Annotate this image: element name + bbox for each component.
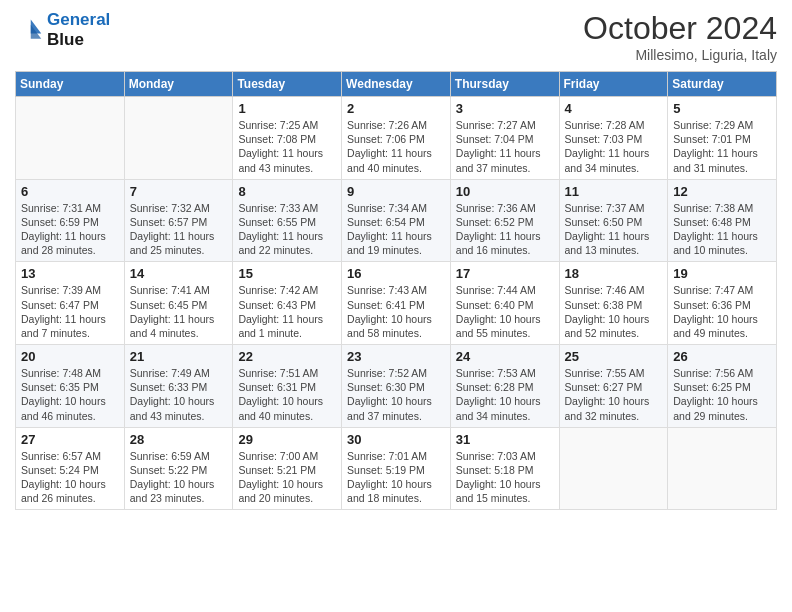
day-number: 18 — [565, 266, 663, 281]
day-number: 26 — [673, 349, 771, 364]
day-info: Sunrise: 7:43 AMSunset: 6:41 PMDaylight:… — [347, 283, 445, 340]
day-info: Sunrise: 7:37 AMSunset: 6:50 PMDaylight:… — [565, 201, 663, 258]
calendar-cell — [668, 427, 777, 510]
day-info: Sunrise: 7:51 AMSunset: 6:31 PMDaylight:… — [238, 366, 336, 423]
calendar-week-2: 13Sunrise: 7:39 AMSunset: 6:47 PMDayligh… — [16, 262, 777, 345]
day-number: 16 — [347, 266, 445, 281]
day-number: 28 — [130, 432, 228, 447]
day-number: 12 — [673, 184, 771, 199]
day-number: 3 — [456, 101, 554, 116]
day-info: Sunrise: 7:27 AMSunset: 7:04 PMDaylight:… — [456, 118, 554, 175]
col-wednesday: Wednesday — [342, 72, 451, 97]
calendar-cell: 17Sunrise: 7:44 AMSunset: 6:40 PMDayligh… — [450, 262, 559, 345]
day-number: 30 — [347, 432, 445, 447]
day-number: 25 — [565, 349, 663, 364]
day-info: Sunrise: 7:00 AMSunset: 5:21 PMDaylight:… — [238, 449, 336, 506]
day-number: 11 — [565, 184, 663, 199]
calendar-cell: 25Sunrise: 7:55 AMSunset: 6:27 PMDayligh… — [559, 345, 668, 428]
day-number: 10 — [456, 184, 554, 199]
day-number: 23 — [347, 349, 445, 364]
day-info: Sunrise: 7:52 AMSunset: 6:30 PMDaylight:… — [347, 366, 445, 423]
col-sunday: Sunday — [16, 72, 125, 97]
calendar-cell: 31Sunrise: 7:03 AMSunset: 5:18 PMDayligh… — [450, 427, 559, 510]
calendar-cell — [16, 97, 125, 180]
day-info: Sunrise: 7:53 AMSunset: 6:28 PMDaylight:… — [456, 366, 554, 423]
calendar-cell: 6Sunrise: 7:31 AMSunset: 6:59 PMDaylight… — [16, 179, 125, 262]
day-info: Sunrise: 7:31 AMSunset: 6:59 PMDaylight:… — [21, 201, 119, 258]
calendar-cell: 20Sunrise: 7:48 AMSunset: 6:35 PMDayligh… — [16, 345, 125, 428]
calendar-header-row: Sunday Monday Tuesday Wednesday Thursday… — [16, 72, 777, 97]
day-number: 5 — [673, 101, 771, 116]
calendar-cell: 1Sunrise: 7:25 AMSunset: 7:08 PMDaylight… — [233, 97, 342, 180]
calendar-cell: 27Sunrise: 6:57 AMSunset: 5:24 PMDayligh… — [16, 427, 125, 510]
calendar-cell: 14Sunrise: 7:41 AMSunset: 6:45 PMDayligh… — [124, 262, 233, 345]
day-number: 1 — [238, 101, 336, 116]
day-number: 4 — [565, 101, 663, 116]
day-info: Sunrise: 7:42 AMSunset: 6:43 PMDaylight:… — [238, 283, 336, 340]
day-info: Sunrise: 6:57 AMSunset: 5:24 PMDaylight:… — [21, 449, 119, 506]
day-info: Sunrise: 7:01 AMSunset: 5:19 PMDaylight:… — [347, 449, 445, 506]
col-saturday: Saturday — [668, 72, 777, 97]
calendar-cell: 13Sunrise: 7:39 AMSunset: 6:47 PMDayligh… — [16, 262, 125, 345]
col-thursday: Thursday — [450, 72, 559, 97]
logo: General Blue — [15, 10, 110, 51]
calendar-cell: 7Sunrise: 7:32 AMSunset: 6:57 PMDaylight… — [124, 179, 233, 262]
calendar-week-4: 27Sunrise: 6:57 AMSunset: 5:24 PMDayligh… — [16, 427, 777, 510]
day-info: Sunrise: 7:46 AMSunset: 6:38 PMDaylight:… — [565, 283, 663, 340]
calendar-cell: 29Sunrise: 7:00 AMSunset: 5:21 PMDayligh… — [233, 427, 342, 510]
day-info: Sunrise: 7:48 AMSunset: 6:35 PMDaylight:… — [21, 366, 119, 423]
calendar-cell: 19Sunrise: 7:47 AMSunset: 6:36 PMDayligh… — [668, 262, 777, 345]
calendar-cell: 24Sunrise: 7:53 AMSunset: 6:28 PMDayligh… — [450, 345, 559, 428]
day-info: Sunrise: 7:38 AMSunset: 6:48 PMDaylight:… — [673, 201, 771, 258]
calendar-cell: 15Sunrise: 7:42 AMSunset: 6:43 PMDayligh… — [233, 262, 342, 345]
header: General Blue October 2024 Millesimo, Lig… — [15, 10, 777, 63]
calendar-cell: 10Sunrise: 7:36 AMSunset: 6:52 PMDayligh… — [450, 179, 559, 262]
day-number: 21 — [130, 349, 228, 364]
day-info: Sunrise: 7:28 AMSunset: 7:03 PMDaylight:… — [565, 118, 663, 175]
day-info: Sunrise: 7:32 AMSunset: 6:57 PMDaylight:… — [130, 201, 228, 258]
month-title: October 2024 — [583, 10, 777, 47]
day-number: 13 — [21, 266, 119, 281]
calendar-week-0: 1Sunrise: 7:25 AMSunset: 7:08 PMDaylight… — [16, 97, 777, 180]
calendar-cell: 8Sunrise: 7:33 AMSunset: 6:55 PMDaylight… — [233, 179, 342, 262]
day-info: Sunrise: 6:59 AMSunset: 5:22 PMDaylight:… — [130, 449, 228, 506]
day-number: 6 — [21, 184, 119, 199]
day-number: 31 — [456, 432, 554, 447]
calendar-cell — [124, 97, 233, 180]
col-monday: Monday — [124, 72, 233, 97]
day-info: Sunrise: 7:56 AMSunset: 6:25 PMDaylight:… — [673, 366, 771, 423]
day-number: 7 — [130, 184, 228, 199]
calendar-cell: 28Sunrise: 6:59 AMSunset: 5:22 PMDayligh… — [124, 427, 233, 510]
calendar-cell: 23Sunrise: 7:52 AMSunset: 6:30 PMDayligh… — [342, 345, 451, 428]
calendar-cell: 18Sunrise: 7:46 AMSunset: 6:38 PMDayligh… — [559, 262, 668, 345]
calendar-week-1: 6Sunrise: 7:31 AMSunset: 6:59 PMDaylight… — [16, 179, 777, 262]
day-info: Sunrise: 7:55 AMSunset: 6:27 PMDaylight:… — [565, 366, 663, 423]
calendar-cell — [559, 427, 668, 510]
day-number: 2 — [347, 101, 445, 116]
calendar-cell: 30Sunrise: 7:01 AMSunset: 5:19 PMDayligh… — [342, 427, 451, 510]
calendar-cell: 12Sunrise: 7:38 AMSunset: 6:48 PMDayligh… — [668, 179, 777, 262]
title-block: October 2024 Millesimo, Liguria, Italy — [583, 10, 777, 63]
day-number: 27 — [21, 432, 119, 447]
calendar-cell: 9Sunrise: 7:34 AMSunset: 6:54 PMDaylight… — [342, 179, 451, 262]
calendar-cell: 21Sunrise: 7:49 AMSunset: 6:33 PMDayligh… — [124, 345, 233, 428]
calendar-cell: 2Sunrise: 7:26 AMSunset: 7:06 PMDaylight… — [342, 97, 451, 180]
day-info: Sunrise: 7:47 AMSunset: 6:36 PMDaylight:… — [673, 283, 771, 340]
day-number: 22 — [238, 349, 336, 364]
page: General Blue October 2024 Millesimo, Lig… — [0, 0, 792, 612]
day-info: Sunrise: 7:29 AMSunset: 7:01 PMDaylight:… — [673, 118, 771, 175]
calendar-cell: 3Sunrise: 7:27 AMSunset: 7:04 PMDaylight… — [450, 97, 559, 180]
day-number: 8 — [238, 184, 336, 199]
day-info: Sunrise: 7:39 AMSunset: 6:47 PMDaylight:… — [21, 283, 119, 340]
day-number: 19 — [673, 266, 771, 281]
calendar-cell: 26Sunrise: 7:56 AMSunset: 6:25 PMDayligh… — [668, 345, 777, 428]
day-info: Sunrise: 7:34 AMSunset: 6:54 PMDaylight:… — [347, 201, 445, 258]
day-info: Sunrise: 7:03 AMSunset: 5:18 PMDaylight:… — [456, 449, 554, 506]
calendar-week-3: 20Sunrise: 7:48 AMSunset: 6:35 PMDayligh… — [16, 345, 777, 428]
day-info: Sunrise: 7:26 AMSunset: 7:06 PMDaylight:… — [347, 118, 445, 175]
day-info: Sunrise: 7:25 AMSunset: 7:08 PMDaylight:… — [238, 118, 336, 175]
calendar-cell: 11Sunrise: 7:37 AMSunset: 6:50 PMDayligh… — [559, 179, 668, 262]
day-number: 29 — [238, 432, 336, 447]
calendar-cell: 5Sunrise: 7:29 AMSunset: 7:01 PMDaylight… — [668, 97, 777, 180]
day-info: Sunrise: 7:36 AMSunset: 6:52 PMDaylight:… — [456, 201, 554, 258]
